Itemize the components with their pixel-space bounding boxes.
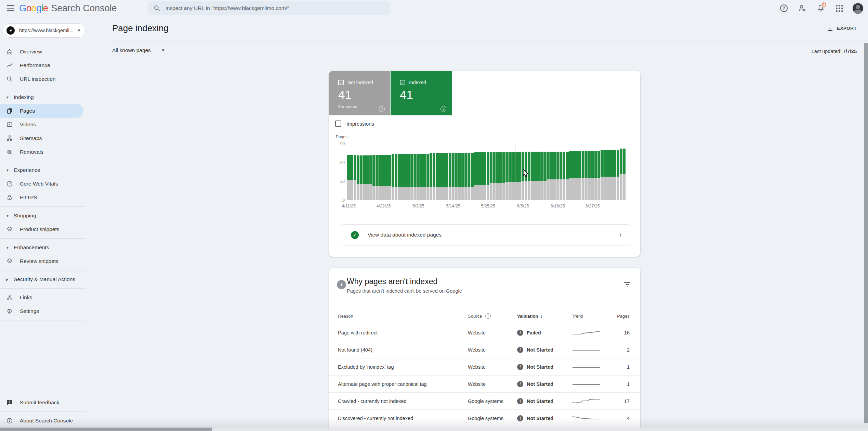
chart-bar[interactable] bbox=[515, 144, 518, 200]
column-validation[interactable]: Validation ↓ bbox=[517, 313, 572, 319]
chart-bar[interactable] bbox=[385, 144, 388, 200]
table-row[interactable]: Page with redirectWebsite!Failed16 bbox=[329, 324, 640, 341]
column-trend[interactable]: Trend bbox=[572, 314, 609, 319]
chart-bar[interactable] bbox=[534, 144, 537, 200]
sidebar-item-https[interactable]: HTTPS bbox=[0, 191, 83, 204]
sidebar-item-performance[interactable]: Performance bbox=[0, 59, 83, 72]
sidebar-item-product-snippets[interactable]: Product snippets bbox=[0, 223, 83, 236]
chart-bar[interactable] bbox=[477, 144, 480, 200]
chart-bar[interactable] bbox=[591, 144, 594, 200]
chart-bar[interactable] bbox=[597, 144, 600, 200]
chart-bar[interactable] bbox=[471, 144, 473, 200]
chart-bar[interactable] bbox=[430, 144, 432, 200]
table-row[interactable]: Crawled - currently not indexedGoogle sy… bbox=[329, 392, 640, 409]
chart-bar[interactable] bbox=[594, 144, 597, 200]
chart-bar[interactable] bbox=[487, 144, 489, 200]
chart-bar[interactable] bbox=[360, 144, 363, 200]
vertical-scrollbar-thumb[interactable] bbox=[864, 43, 868, 423]
table-row[interactable]: Alternate page with proper canonical tag… bbox=[329, 375, 640, 392]
chart-bar[interactable] bbox=[522, 144, 524, 200]
chart-bar[interactable] bbox=[518, 144, 521, 200]
chart-bar[interactable] bbox=[474, 144, 477, 200]
sidebar-item-links[interactable]: Links bbox=[0, 291, 83, 304]
chart-bar[interactable] bbox=[442, 144, 445, 200]
sidebar-item-review-snippets[interactable]: Review snippets bbox=[0, 254, 83, 268]
property-selector[interactable]: ♥ https://www.blackgemli... ▼ bbox=[3, 23, 86, 38]
column-reason[interactable]: Reason bbox=[338, 314, 468, 319]
search-input[interactable] bbox=[165, 5, 384, 11]
sidebar-item-url-inspection[interactable]: URL inspection bbox=[0, 72, 83, 86]
account-button[interactable] bbox=[851, 1, 865, 15]
sidebar-section-experience[interactable]: ▼ Experience bbox=[0, 163, 86, 177]
chart-bar[interactable] bbox=[369, 144, 372, 200]
chart-bar[interactable] bbox=[395, 144, 397, 200]
horizontal-scrollbar-thumb[interactable] bbox=[0, 428, 212, 431]
chart-bar[interactable] bbox=[610, 144, 613, 200]
chart-plot-area[interactable] bbox=[347, 144, 626, 200]
chart-bar[interactable] bbox=[553, 144, 556, 200]
chart-bar[interactable] bbox=[354, 144, 356, 200]
sidebar-item-sitemaps[interactable]: Sitemaps bbox=[0, 131, 83, 145]
chart-bar[interactable] bbox=[601, 144, 603, 200]
chart-bar[interactable] bbox=[426, 144, 429, 200]
chart-bar[interactable] bbox=[347, 144, 350, 200]
about-search-console-button[interactable]: About Search Console bbox=[0, 414, 83, 428]
sidebar-item-overview[interactable]: Overview bbox=[0, 45, 83, 59]
chart-bar[interactable] bbox=[525, 144, 527, 200]
submit-feedback-button[interactable]: Submit feedback bbox=[0, 396, 83, 409]
chart-bar[interactable] bbox=[410, 144, 413, 200]
help-icon[interactable]: ? bbox=[485, 313, 491, 319]
table-row[interactable]: Discovered - currently not indexedGoogle… bbox=[329, 409, 640, 427]
table-row[interactable]: Not found (404)Website!Not Started2 bbox=[329, 341, 640, 358]
chart-bar[interactable] bbox=[449, 144, 451, 200]
sidebar-section-security-manual-actions[interactable]: ▶ Security & Manual Actions bbox=[0, 272, 86, 286]
chart-bar[interactable] bbox=[537, 144, 540, 200]
chart-bar[interactable] bbox=[461, 144, 464, 200]
sidebar-item-settings[interactable]: ⚙ Settings bbox=[0, 304, 83, 318]
chart-bar[interactable] bbox=[439, 144, 442, 200]
chart-bar[interactable] bbox=[623, 144, 626, 200]
chart-bar[interactable] bbox=[376, 144, 378, 200]
google-apps-button[interactable] bbox=[832, 1, 846, 15]
export-button[interactable]: EXPORT bbox=[827, 25, 857, 31]
chart-bar[interactable] bbox=[379, 144, 382, 200]
chart-bar[interactable] bbox=[398, 144, 400, 200]
chart-bar[interactable] bbox=[372, 144, 375, 200]
chart-bar[interactable] bbox=[464, 144, 467, 200]
chart-bar[interactable] bbox=[366, 144, 369, 200]
chart-bar[interactable] bbox=[468, 144, 470, 200]
chart-bar[interactable] bbox=[512, 144, 515, 200]
chart-bar[interactable] bbox=[604, 144, 607, 200]
sidebar-item-videos[interactable]: Videos bbox=[0, 118, 83, 131]
sidebar-section-indexing[interactable]: ▼ Indexing bbox=[0, 90, 86, 104]
chart-bar[interactable] bbox=[493, 144, 496, 200]
chart-bar[interactable] bbox=[480, 144, 483, 200]
chart-bar[interactable] bbox=[543, 144, 546, 200]
manage-users-button[interactable] bbox=[795, 1, 809, 15]
chart-bar[interactable] bbox=[575, 144, 578, 200]
chart-bar[interactable] bbox=[363, 144, 366, 200]
chart-bar[interactable] bbox=[407, 144, 410, 200]
chart-bar[interactable] bbox=[572, 144, 575, 200]
chart-bar[interactable] bbox=[499, 144, 502, 200]
chart-bar[interactable] bbox=[588, 144, 591, 200]
help-button[interactable]: ? bbox=[777, 1, 791, 15]
chart-bar[interactable] bbox=[560, 144, 562, 200]
chart-bar[interactable] bbox=[388, 144, 391, 200]
chart-bar[interactable] bbox=[436, 144, 438, 200]
chart-bar[interactable] bbox=[550, 144, 553, 200]
chart-bar[interactable] bbox=[556, 144, 559, 200]
chart-bar[interactable] bbox=[582, 144, 584, 200]
chart-bar[interactable] bbox=[382, 144, 385, 200]
chart-bar[interactable] bbox=[458, 144, 461, 200]
sidebar-section-enhancements[interactable]: ▼ Enhancements bbox=[0, 241, 86, 254]
chart-bar[interactable] bbox=[566, 144, 568, 200]
chart-bar[interactable] bbox=[613, 144, 616, 200]
scope-filter-dropdown[interactable]: All known pages ▼ bbox=[112, 47, 165, 53]
chart-bar[interactable] bbox=[455, 144, 458, 200]
chart-bar[interactable] bbox=[445, 144, 448, 200]
sidebar-section-shopping[interactable]: ▼ Shopping bbox=[0, 209, 86, 223]
hamburger-menu-icon[interactable] bbox=[3, 1, 18, 15]
chart-bar[interactable] bbox=[423, 144, 426, 200]
chart-bar[interactable] bbox=[505, 144, 508, 200]
